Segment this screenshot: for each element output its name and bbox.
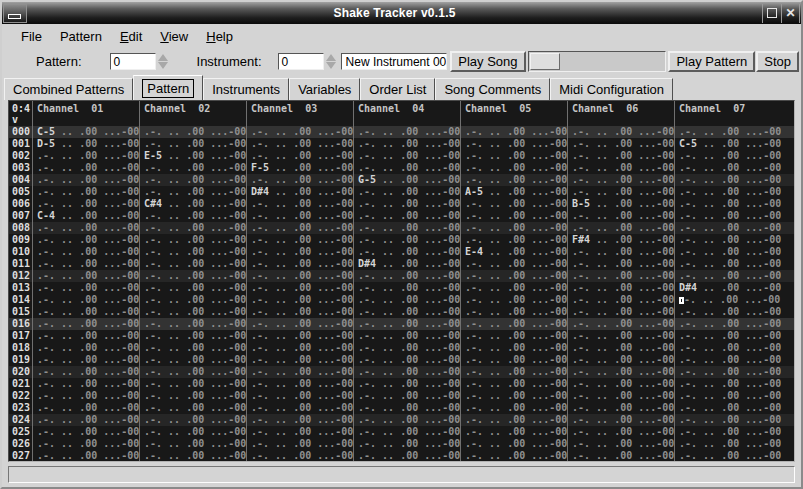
pattern-cell[interactable]: .-. .. .00 ...-00 xyxy=(674,198,781,210)
pattern-cell[interactable]: .-. .. .00 ...-00 xyxy=(32,390,139,402)
pattern-cell[interactable]: .-. .. .00 ...-00 xyxy=(32,246,139,258)
pattern-cell[interactable]: .-. .. .00 ...-00 xyxy=(139,414,246,426)
pattern-cell[interactable]: .-. .. .00 ...-00 xyxy=(567,366,674,378)
pattern-cell[interactable]: .-. .. .00 ...-00 xyxy=(460,438,567,450)
pattern-cell[interactable]: .-. .. .00 ...-00 xyxy=(139,366,246,378)
pattern-cell[interactable]: .-. .. .00 ...-00 xyxy=(353,246,460,258)
pattern-cell[interactable]: .-. .. .00 ...-00 xyxy=(246,414,353,426)
pattern-cell[interactable]: C#4 .. .00 ...-00 xyxy=(139,198,246,210)
pattern-cell[interactable]: .-. .. .00 ...-00 xyxy=(139,426,246,438)
pattern-cell[interactable]: .-. .. .00 ...-00 xyxy=(246,282,353,294)
pattern-cell[interactable]: .-. .. .00 ...-00 xyxy=(32,450,139,462)
pattern-cell[interactable]: .-. .. .00 ...-00 xyxy=(567,438,674,450)
pattern-cell[interactable]: .-. .. .00 ...-00 xyxy=(460,366,567,378)
pattern-cell[interactable]: .-. .. .00 ...-00 xyxy=(32,414,139,426)
pattern-cell[interactable]: .-. .. .00 ...-00 xyxy=(460,390,567,402)
pattern-cell[interactable]: D#4 .. .00 ...-00 xyxy=(246,186,353,198)
pattern-cell[interactable]: .-. .. .00 ...-00 xyxy=(139,258,246,270)
menu-file[interactable]: File xyxy=(12,26,51,47)
pattern-cell[interactable]: .-. .. .00 ...-00 xyxy=(567,150,674,162)
pattern-cell[interactable]: .-. .. .00 ...-00 xyxy=(567,294,674,306)
pattern-cell[interactable]: .-. .. .00 ...-00 xyxy=(353,306,460,318)
pattern-cell[interactable]: .-. .. .00 ...-00 xyxy=(139,450,246,462)
pattern-cell[interactable]: .-. .. .00 ...-00 xyxy=(674,234,781,246)
pattern-cell[interactable]: .-. .. .00 ...-00 xyxy=(246,126,353,138)
pattern-cell[interactable]: .-. .. .00 ...-00 xyxy=(32,198,139,210)
pattern-cell[interactable]: .-. .. .00 ...-00 xyxy=(567,138,674,150)
pattern-cell[interactable]: .-. .. .00 ...-00 xyxy=(32,330,139,342)
pattern-cell[interactable]: .-. .. .00 ...-00 xyxy=(674,162,781,174)
pattern-cell[interactable]: .-. .. .00 ...-00 xyxy=(674,342,781,354)
pattern-cell[interactable]: .-. .. .00 ...-00 xyxy=(674,330,781,342)
pattern-cell[interactable]: .-. .. .00 ...-00 xyxy=(567,306,674,318)
pattern-cell[interactable]: .-. .. .00 ...-00 xyxy=(353,390,460,402)
pattern-cell[interactable]: .-. .. .00 ...-00 xyxy=(353,402,460,414)
pattern-cell[interactable]: .-. .. .00 ...-00 xyxy=(139,390,246,402)
pattern-cell[interactable]: .-. .. .00 ...-00 xyxy=(32,318,139,330)
pattern-cell[interactable]: .-. .. .00 ...-00 xyxy=(567,450,674,462)
pattern-cell[interactable]: .-. .. .00 ...-00 xyxy=(246,366,353,378)
pattern-cell[interactable]: .-. .. .00 ...-00 xyxy=(139,126,246,138)
pattern-cell[interactable]: .-. .. .00 ...-00 xyxy=(567,426,674,438)
pattern-cell[interactable]: .-. .. .00 ...-00 xyxy=(674,258,781,270)
maximize-button[interactable] xyxy=(762,4,781,23)
pattern-cell[interactable]: .-. .. .00 ...-00 xyxy=(567,318,674,330)
pattern-cell[interactable]: B-5 .. .00 ...-00 xyxy=(567,198,674,210)
pattern-cell[interactable]: .-. .. .00 ...-00 xyxy=(353,342,460,354)
spin-down-icon[interactable] xyxy=(326,62,336,69)
pattern-cell[interactable]: .-. .. .00 ...-00 xyxy=(139,378,246,390)
pattern-cell[interactable]: .-. .. .00 ...-00 xyxy=(460,354,567,366)
pattern-cell[interactable]: .-. .. .00 ...-00 xyxy=(567,126,674,138)
pattern-cell[interactable]: -. .. .00 ...-00 xyxy=(674,294,781,306)
pattern-cell[interactable]: .-. .. .00 ...-00 xyxy=(460,450,567,462)
pattern-cell[interactable]: .-. .. .00 ...-00 xyxy=(246,246,353,258)
pattern-cell[interactable]: .-. .. .00 ...-00 xyxy=(460,318,567,330)
instrument-number-field[interactable]: 0 xyxy=(278,53,324,70)
pattern-cell[interactable]: .-. .. .00 ...-00 xyxy=(674,210,781,222)
pattern-cell[interactable]: .-. .. .00 ...-00 xyxy=(353,186,460,198)
pattern-cell[interactable]: .-. .. .00 ...-00 xyxy=(353,426,460,438)
pattern-cell[interactable]: .-. .. .00 ...-00 xyxy=(674,426,781,438)
pattern-cell[interactable]: .-. .. .00 ...-00 xyxy=(353,318,460,330)
pattern-cell[interactable]: .-. .. .00 ...-00 xyxy=(460,306,567,318)
pattern-cell[interactable]: .-. .. .00 ...-00 xyxy=(674,438,781,450)
pattern-cell[interactable]: .-. .. .00 ...-00 xyxy=(460,378,567,390)
pattern-cell[interactable]: .-. .. .00 ...-00 xyxy=(139,174,246,186)
pattern-cell[interactable]: F#4 .. .00 ...-00 xyxy=(567,234,674,246)
pattern-cell[interactable]: .-. .. .00 ...-00 xyxy=(353,294,460,306)
pattern-cell[interactable]: .-. .. .00 ...-00 xyxy=(460,414,567,426)
pattern-cell[interactable]: .-. .. .00 ...-00 xyxy=(353,282,460,294)
pattern-cell[interactable]: .-. .. .00 ...-00 xyxy=(139,186,246,198)
pattern-cell[interactable]: .-. .. .00 ...-00 xyxy=(32,366,139,378)
pattern-editor[interactable]: 0:4 v Channel 01 Channel 02 Channel 03 C… xyxy=(8,100,795,462)
pattern-cell[interactable]: .-. .. .00 ...-00 xyxy=(567,414,674,426)
spin-up-icon[interactable] xyxy=(158,54,168,61)
stop-button[interactable]: Stop xyxy=(756,51,799,72)
pattern-cell[interactable]: .-. .. .00 ...-00 xyxy=(32,426,139,438)
pattern-cell[interactable]: .-. .. .00 ...-00 xyxy=(246,174,353,186)
pattern-cell[interactable]: .-. .. .00 ...-00 xyxy=(567,354,674,366)
pattern-cell[interactable]: .-. .. .00 ...-00 xyxy=(32,282,139,294)
pattern-cell[interactable]: .-. .. .00 ...-00 xyxy=(674,306,781,318)
pattern-cell[interactable]: .-. .. .00 ...-00 xyxy=(139,402,246,414)
pattern-cell[interactable]: .-. .. .00 ...-00 xyxy=(246,258,353,270)
pattern-cell[interactable]: .-. .. .00 ...-00 xyxy=(246,138,353,150)
pattern-cell[interactable]: .-. .. .00 ...-00 xyxy=(246,210,353,222)
pattern-cell[interactable]: .-. .. .00 ...-00 xyxy=(139,138,246,150)
pattern-cell[interactable]: .-. .. .00 ...-00 xyxy=(32,402,139,414)
pattern-cell[interactable]: .-. .. .00 ...-00 xyxy=(674,450,781,462)
pattern-cell[interactable]: .-. .. .00 ...-00 xyxy=(139,354,246,366)
pattern-cell[interactable]: C-5 .. .00 ...-00 xyxy=(674,138,781,150)
tab-variables[interactable]: Variables xyxy=(289,78,360,100)
pattern-cell[interactable]: .-. .. .00 ...-00 xyxy=(246,378,353,390)
pattern-cell[interactable]: .-. .. .00 ...-00 xyxy=(460,150,567,162)
pattern-cell[interactable]: .-. .. .00 ...-00 xyxy=(674,150,781,162)
pattern-cell[interactable]: .-. .. .00 ...-00 xyxy=(460,162,567,174)
pattern-cell[interactable]: .-. .. .00 ...-00 xyxy=(139,234,246,246)
pattern-cell[interactable]: .-. .. .00 ...-00 xyxy=(674,402,781,414)
pattern-cell[interactable]: .-. .. .00 ...-00 xyxy=(460,198,567,210)
pattern-cell[interactable]: .-. .. .00 ...-00 xyxy=(246,198,353,210)
pattern-cell[interactable]: .-. .. .00 ...-00 xyxy=(246,354,353,366)
pattern-cell[interactable]: .-. .. .00 ...-00 xyxy=(353,378,460,390)
pattern-cell[interactable]: .-. .. .00 ...-00 xyxy=(139,306,246,318)
